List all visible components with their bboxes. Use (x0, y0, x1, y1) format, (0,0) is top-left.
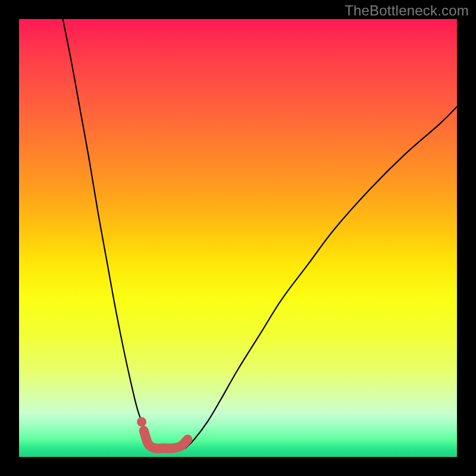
highlight-segment (144, 431, 188, 449)
chart-svg (19, 19, 457, 457)
chart-frame: TheBottleneck.com (0, 0, 476, 476)
watermark-text: TheBottleneck.com (345, 2, 469, 19)
highlight-dot (137, 417, 146, 427)
curve-left (63, 19, 155, 448)
curve-right (186, 107, 457, 448)
chart-plot-area (19, 19, 457, 457)
